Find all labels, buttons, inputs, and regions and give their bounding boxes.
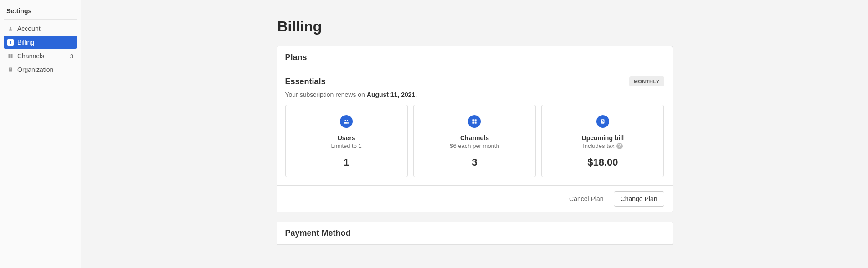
stat-sub-text: Includes tax (583, 142, 614, 149)
building-icon (7, 66, 14, 73)
main: Billing Plans Essentials MONTHLY Your su… (81, 0, 868, 268)
plans-header: Plans (277, 46, 673, 69)
dollar-icon: $ (7, 39, 14, 46)
svg-rect-14 (475, 119, 477, 121)
stat-card-users: Users Limited to 1 1 (285, 105, 408, 177)
svg-rect-13 (473, 119, 474, 121)
stat-sub: Limited to 1 (331, 142, 362, 149)
svg-rect-16 (475, 122, 477, 124)
plan-period-badge: MONTHLY (629, 76, 664, 86)
svg-rect-8 (11, 68, 12, 69)
stat-title: Users (338, 134, 355, 142)
change-plan-button[interactable]: Change Plan (614, 191, 664, 207)
help-icon[interactable]: ? (616, 143, 623, 149)
sidebar-item-label: Account (17, 25, 73, 32)
plan-renew-date: August 11, 2021 (367, 91, 416, 98)
svg-rect-5 (11, 56, 13, 58)
payment-card: Payment Method (277, 222, 673, 245)
plan-name: Essentials (285, 77, 326, 86)
cancel-plan-button[interactable]: Cancel Plan (565, 192, 608, 206)
svg-rect-7 (10, 68, 10, 69)
plan-actions: Cancel Plan Change Plan (277, 186, 673, 212)
page-title: Billing (277, 18, 673, 35)
sidebar-item-label: Billing (17, 39, 73, 46)
payment-header: Payment Method (277, 222, 673, 245)
plans-card: Plans Essentials MONTHLY Your subscripti… (277, 46, 673, 212)
plans-header-title: Plans (285, 53, 664, 62)
svg-rect-2 (9, 54, 10, 56)
svg-point-12 (347, 120, 348, 121)
plan-section: Essentials MONTHLY Your subscription ren… (277, 69, 673, 186)
sidebar: Settings Account $ Billing Channels 3 Or (0, 0, 81, 268)
stat-value: 1 (344, 157, 349, 168)
sidebar-item-label: Organization (17, 66, 73, 73)
sidebar-title: Settings (4, 5, 77, 20)
sidebar-item-badge: 3 (70, 53, 73, 60)
channels-icon (468, 115, 481, 128)
users-icon (340, 115, 353, 128)
sidebar-item-label: Channels (17, 52, 70, 60)
plan-renew-prefix: Your subscription renews on (285, 91, 367, 98)
stat-value: $18.00 (587, 157, 618, 168)
svg-rect-10 (11, 70, 12, 71)
svg-text:$: $ (602, 120, 604, 123)
stat-card-channels: Channels $6 each per month 3 (413, 105, 536, 177)
svg-point-11 (345, 120, 347, 121)
plan-renew-suffix: . (415, 91, 417, 98)
sidebar-item-organization[interactable]: Organization (4, 63, 77, 76)
sidebar-item-billing[interactable]: $ Billing (4, 36, 77, 49)
svg-rect-3 (11, 54, 13, 56)
stat-card-bill: $ Upcoming bill Includes tax ? $18.00 (541, 105, 664, 177)
stat-title: Upcoming bill (582, 134, 624, 142)
svg-rect-4 (9, 56, 10, 58)
svg-rect-9 (10, 70, 10, 71)
grid-icon (7, 53, 14, 59)
sidebar-item-account[interactable]: Account (4, 22, 77, 35)
stat-sub: $6 each per month (450, 142, 499, 149)
svg-text:$: $ (10, 40, 12, 45)
svg-rect-6 (9, 68, 12, 72)
plan-renew-text: Your subscription renews on August 11, 2… (285, 91, 664, 98)
stat-sub: Includes tax ? (583, 142, 622, 149)
payment-header-title: Payment Method (285, 228, 664, 238)
stat-title: Channels (460, 134, 489, 142)
sidebar-item-channels[interactable]: Channels 3 (4, 50, 77, 62)
user-icon (7, 25, 14, 32)
svg-point-0 (10, 27, 11, 29)
stat-value: 3 (472, 157, 477, 168)
svg-rect-15 (473, 122, 474, 124)
dollar-circle-icon: $ (596, 115, 609, 128)
